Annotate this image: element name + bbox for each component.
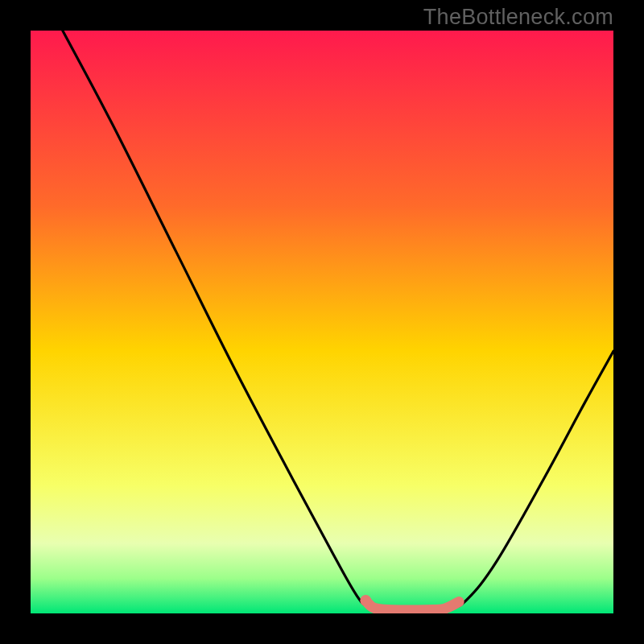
curve-layer: [31, 31, 613, 613]
highlight-segment: [365, 601, 459, 610]
bottleneck-curve: [63, 31, 613, 610]
chart-container: TheBottleneck.com: [0, 0, 644, 644]
watermark-text: TheBottleneck.com: [423, 5, 613, 30]
plot-area: [31, 31, 613, 613]
marker-dot: [360, 595, 371, 606]
